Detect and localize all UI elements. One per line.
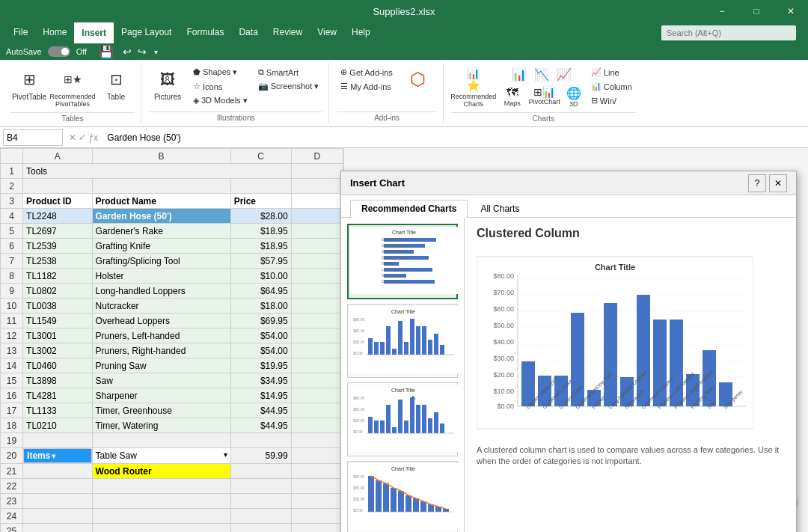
row-4-price[interactable]: $28.00 bbox=[230, 209, 291, 224]
maximize-button[interactable]: □ bbox=[739, 0, 774, 22]
items-value-cell[interactable]: Table Saw ▾ bbox=[92, 448, 230, 464]
tab-help[interactable]: Help bbox=[344, 22, 378, 43]
tab-all-charts[interactable]: All Charts bbox=[469, 200, 530, 217]
search-input[interactable] bbox=[661, 25, 796, 40]
row-12-name[interactable]: Pruners, Left-handed bbox=[92, 328, 230, 343]
bar-chart-button[interactable]: 📉 bbox=[531, 66, 552, 83]
col-b-header[interactable]: B bbox=[92, 149, 230, 164]
my-addins-button[interactable]: ☰ My Add-ins bbox=[337, 80, 396, 93]
undo-button[interactable]: ↩ bbox=[123, 46, 132, 58]
screenshot-button[interactable]: 📷 Screenshot ▾ bbox=[254, 80, 323, 93]
pivot-table-button[interactable]: ⊞ PivotTable bbox=[10, 66, 48, 103]
row-10-id[interactable]: TL0038 bbox=[23, 299, 93, 314]
row-11-id[interactable]: TL1549 bbox=[23, 314, 93, 328]
column-sparkline-button[interactable]: 📊 Column bbox=[587, 80, 636, 93]
row-14-id[interactable]: TL0460 bbox=[23, 358, 93, 373]
row-13-id[interactable]: TL3002 bbox=[23, 343, 93, 358]
row-15-id[interactable]: TL3898 bbox=[23, 373, 93, 388]
chart-thumb-column[interactable]: Chart Title $90.00 $60.00 $30.00 $0.00 bbox=[347, 304, 458, 378]
line-chart-button[interactable]: 📈 bbox=[554, 66, 575, 83]
row-9-id[interactable]: TL0802 bbox=[23, 284, 93, 299]
chart-thumb-pareto[interactable]: Chart Title $90.00 $60.00 $30.00 $0.00 bbox=[347, 461, 458, 532]
formula-input[interactable] bbox=[104, 131, 805, 144]
items-value-filter-icon[interactable]: ▾ bbox=[224, 450, 227, 459]
row-15-name[interactable]: Saw bbox=[92, 373, 230, 388]
row-17-name[interactable]: Timer, Greenhouse bbox=[92, 403, 230, 418]
row-16-price[interactable]: $14.95 bbox=[230, 388, 291, 403]
row-12-price[interactable]: $54.00 bbox=[230, 328, 291, 343]
pivotchart-button[interactable]: ⊞📊 PivotChart bbox=[527, 85, 562, 109]
row-6-price[interactable]: $18.95 bbox=[230, 239, 291, 254]
smartart-button[interactable]: ⧉ SmartArt bbox=[254, 66, 323, 79]
row-8-price[interactable]: $10.00 bbox=[230, 269, 291, 284]
row-17-id[interactable]: TL1133 bbox=[23, 403, 93, 418]
row-11-price[interactable]: $69.95 bbox=[230, 314, 291, 328]
row-12-id[interactable]: TL3001 bbox=[23, 328, 93, 343]
row-4-name[interactable]: Garden Hose (50') bbox=[92, 209, 230, 224]
3d-models-button[interactable]: ◈ 3D Models ▾ bbox=[189, 94, 251, 107]
items-cell[interactable]: Items ▾ bbox=[23, 448, 92, 463]
row-7-name[interactable]: Grafting/Splicing Tool bbox=[92, 254, 230, 269]
tab-insert[interactable]: Insert bbox=[74, 22, 114, 43]
row-9-price[interactable]: $64.95 bbox=[230, 284, 291, 299]
col-a-header[interactable]: A bbox=[23, 149, 93, 164]
row-5-price[interactable]: $18.95 bbox=[230, 224, 291, 239]
wood-router-cell[interactable]: Wood Router bbox=[92, 464, 230, 479]
row-10-price[interactable]: $18.00 bbox=[230, 299, 291, 314]
table-button[interactable]: ⊡ Table bbox=[97, 66, 135, 103]
row-7-price[interactable]: $57.95 bbox=[230, 254, 291, 269]
name-box[interactable] bbox=[3, 129, 63, 146]
dialog-help-button[interactable]: ? bbox=[748, 174, 766, 192]
close-button[interactable]: ✕ bbox=[774, 0, 808, 22]
get-addins-button[interactable]: ⊕ Get Add-ins bbox=[337, 66, 396, 79]
items-filter-icon[interactable]: ▾ bbox=[52, 452, 55, 460]
tab-review[interactable]: Review bbox=[266, 22, 310, 43]
redo-button[interactable]: ↪ bbox=[138, 46, 147, 58]
quick-access-dropdown[interactable]: ▾ bbox=[154, 48, 158, 56]
row-4-id[interactable]: TL2248 bbox=[23, 209, 93, 224]
tab-recommended-charts[interactable]: Recommended Charts bbox=[350, 200, 468, 218]
row-7-id[interactable]: TL2538 bbox=[23, 254, 93, 269]
save-button[interactable]: 💾 bbox=[99, 45, 114, 59]
row-10-name[interactable]: Nutcracker bbox=[92, 299, 230, 314]
row-5-id[interactable]: TL2697 bbox=[23, 224, 93, 239]
dialog-close-button[interactable]: ✕ bbox=[769, 174, 787, 192]
office-icon-button[interactable]: ⬡ bbox=[400, 66, 437, 94]
row-17-price[interactable]: $44.95 bbox=[230, 403, 291, 418]
tab-home[interactable]: Home bbox=[35, 22, 74, 43]
win-sparkline-button[interactable]: ⊟ Win/ bbox=[587, 94, 636, 107]
row-14-name[interactable]: Pruning Saw bbox=[92, 358, 230, 373]
maps-button[interactable]: 🗺 Maps bbox=[499, 85, 526, 109]
row-14-price[interactable]: $19.95 bbox=[230, 358, 291, 373]
tab-page-layout[interactable]: Page Layout bbox=[114, 22, 179, 43]
chart-thumb-mixed[interactable]: Chart Title $90.00 $60.00 $30.00 $0.00 bbox=[347, 382, 458, 456]
pictures-button[interactable]: 🖼 Pictures bbox=[149, 66, 186, 103]
col-d-header[interactable]: D bbox=[291, 149, 343, 164]
row-8-id[interactable]: TL1182 bbox=[23, 269, 93, 284]
row-6-name[interactable]: Grafting Knife bbox=[92, 239, 230, 254]
tab-formulas[interactable]: Formulas bbox=[179, 22, 231, 43]
row-15-price[interactable]: $34.95 bbox=[230, 373, 291, 388]
items-price-cell[interactable]: 59.99 bbox=[230, 448, 291, 464]
row-16-id[interactable]: TL4281 bbox=[23, 388, 93, 403]
row-8-name[interactable]: Holster bbox=[92, 269, 230, 284]
chart-thumb-bar[interactable]: Chart Title Ga bbox=[347, 224, 458, 299]
col-c-header[interactable]: C bbox=[230, 149, 291, 164]
tab-data[interactable]: Data bbox=[231, 22, 265, 43]
column-chart-button[interactable]: 📊 bbox=[509, 66, 530, 83]
row-13-price[interactable]: $54.00 bbox=[230, 343, 291, 358]
tab-file[interactable]: File bbox=[6, 22, 35, 43]
icons-button[interactable]: ☆ Icons bbox=[189, 80, 251, 93]
row-18-id[interactable]: TL0210 bbox=[23, 418, 93, 433]
row-16-name[interactable]: Sharpener bbox=[92, 388, 230, 403]
row-6-id[interactable]: TL2539 bbox=[23, 239, 93, 254]
minimize-button[interactable]: − bbox=[705, 0, 739, 22]
row-9-name[interactable]: Long-handled Loppers bbox=[92, 284, 230, 299]
tab-view[interactable]: View bbox=[310, 22, 344, 43]
row-18-name[interactable]: Timer, Watering bbox=[92, 418, 230, 433]
row-18-price[interactable]: $44.95 bbox=[230, 418, 291, 433]
3d-map-button[interactable]: 🌐 3D bbox=[563, 85, 584, 109]
row-5-name[interactable]: Gardener's Rake bbox=[92, 224, 230, 239]
row-13-name[interactable]: Pruners, Right-handed bbox=[92, 343, 230, 358]
recommended-charts-button[interactable]: 📊⭐ Recommended Charts bbox=[451, 66, 496, 109]
